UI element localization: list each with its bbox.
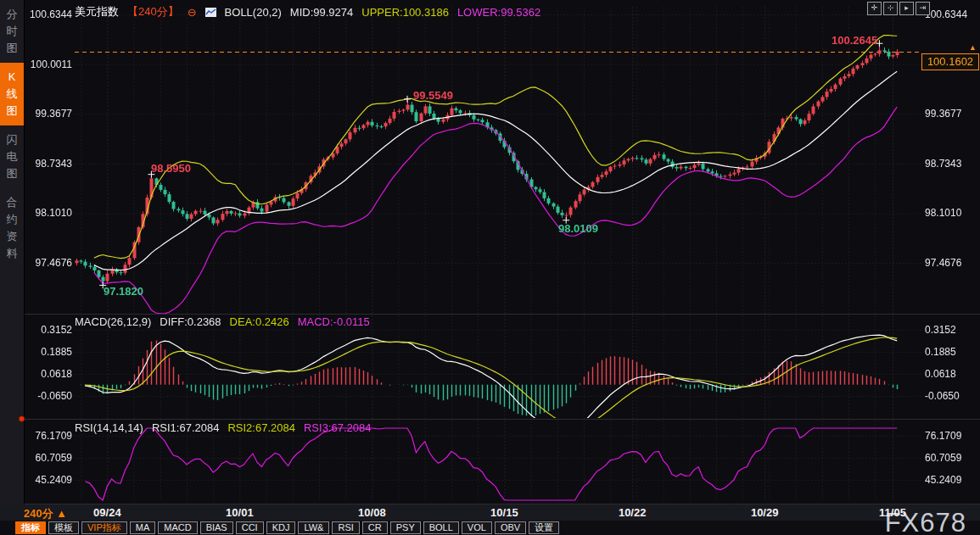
- rsi-axis-label-left: 45.2409: [21, 474, 72, 486]
- rsi-axis-label-right: 76.1709: [925, 430, 961, 442]
- sidebar-tab-合约资料[interactable]: 合 约 资 料: [0, 188, 24, 268]
- macd-axis-label-right: -0.0650: [925, 390, 960, 402]
- crosshair-icon[interactable]: ✛: [867, 2, 882, 15]
- chart-thumbnail-icon[interactable]: [205, 8, 216, 17]
- page-right-icon[interactable]: ⇥: [916, 2, 930, 15]
- hot-indicator-icon[interactable]: ✹: [18, 414, 25, 425]
- date-label: 11/05: [879, 506, 906, 519]
- toolbar-button-CCI[interactable]: CCI: [236, 521, 264, 534]
- rsi-axis-label-right: 60.7059: [925, 452, 961, 464]
- toolbar-button-模板[interactable]: 模板: [48, 521, 79, 534]
- macd-axis-label-right: 0.1885: [925, 346, 956, 358]
- macd-axis-label-right: 0.0618: [925, 368, 956, 380]
- rsi2-value: RSI2:67.2084: [227, 421, 295, 434]
- toolbar-button-MACD[interactable]: MACD: [158, 521, 197, 534]
- interval-selector[interactable]: 240分 ▲: [24, 506, 67, 521]
- price-annotation: 99.5549: [413, 89, 453, 102]
- rsi1-value: RSI1:67.2084: [152, 421, 220, 434]
- toolbar-button-PSY[interactable]: PSY: [390, 521, 421, 534]
- price-annotation: 100.2645: [832, 34, 877, 47]
- price-annotation: 98.5950: [151, 162, 191, 175]
- interval-selector-label: 240分: [24, 507, 53, 520]
- latest-price-arrow-icon[interactable]: ▲: [969, 43, 977, 52]
- macd-axis-label-left: 0.1885: [21, 346, 72, 358]
- zoom-x-icon[interactable]: ⊹: [883, 2, 898, 15]
- macd-label: MACD(26,12,9): [75, 315, 151, 328]
- minus-circle-icon[interactable]: ⊖: [188, 6, 197, 19]
- interval-up-arrow-icon: ▲: [56, 507, 67, 520]
- boll-upper-value: UPPER:100.3186: [361, 6, 449, 19]
- date-label: 10/29: [751, 506, 779, 519]
- price-axis-label-right: 99.3677: [925, 108, 961, 120]
- zoom-play-icon[interactable]: ▸: [899, 2, 914, 15]
- boll-lower-value: LOWER:99.5362: [457, 6, 540, 19]
- sidebar-tab-闪电图[interactable]: 闪 电 图: [0, 125, 24, 188]
- price-axis-label-left: 100.0011: [21, 59, 72, 70]
- toolbar-button-设置[interactable]: 设置: [529, 521, 559, 534]
- toolbar-button-KDJ[interactable]: KDJ: [266, 521, 296, 534]
- price-axis-label-left: 98.7343: [21, 158, 72, 170]
- price-axis-label-right: 97.4676: [925, 257, 961, 269]
- interval-badge[interactable]: 【240分】: [127, 4, 179, 20]
- rsi-label: RSI(14,14,14): [75, 421, 143, 434]
- macd-axis-label-left: 0.0618: [21, 368, 72, 380]
- macd-dea-value: DEA:0.2426: [230, 315, 289, 328]
- toolbar-button-VOL[interactable]: VOL: [462, 521, 492, 534]
- rsi-axis-label-right: 45.2409: [925, 474, 961, 486]
- indicator-toolbar: 指标模板VIP指标MAMACDBIASCCIKDJLW&RSICRPSYBOLL…: [15, 521, 559, 534]
- boll-label: BOLL(20,2): [225, 6, 282, 19]
- rsi-axis-label-left: 60.7059: [21, 452, 72, 464]
- toolbar-button-BIAS[interactable]: BIAS: [200, 521, 233, 534]
- price-axis-label-right: 98.7343: [925, 158, 961, 170]
- price-axis-label-right: 100.6344: [925, 8, 967, 20]
- macd-value: MACD:-0.0115: [298, 315, 370, 328]
- price-axis-label-left: 97.4676: [21, 257, 72, 269]
- price-panel-header: 美元指数 【240分】 ⊖ BOLL(20,2) MID:99.9274 UPP…: [75, 4, 540, 20]
- left-sidebar: 分 时 图K 线 图闪 电 图合 约 资 料: [0, 0, 25, 504]
- toolbar-button-MA[interactable]: MA: [130, 521, 156, 534]
- symbol-title: 美元指数: [75, 4, 119, 20]
- macd-axis-label-left: -0.0650: [21, 390, 72, 402]
- date-label: 10/22: [619, 506, 647, 519]
- toolbar-button-指标[interactable]: 指标: [15, 521, 46, 534]
- price-axis-label-left: 98.1010: [21, 207, 72, 219]
- price-axis-label-left: 99.3677: [21, 108, 72, 120]
- toolbar-button-OBV[interactable]: OBV: [495, 521, 526, 534]
- rsi-axis-label-left: 76.1709: [21, 430, 72, 442]
- date-label: 10/01: [226, 506, 254, 519]
- macd-axis-label-left: 0.3152: [21, 324, 72, 336]
- boll-mid-value: MID:99.9274: [290, 6, 353, 19]
- price-axis-label-right: 98.1010: [925, 207, 961, 219]
- macd-axis-label-right: 0.3152: [925, 324, 956, 336]
- rsi3-value: RSI3:67.2084: [304, 421, 372, 434]
- date-label: 10/15: [490, 506, 518, 519]
- macd-panel-header: MACD(26,12,9) DIFF:0.2368 DEA:0.2426 MAC…: [75, 315, 370, 328]
- chart-tool-icons: ✛⊹▸⇥: [867, 2, 930, 15]
- price-annotation: 97.1820: [104, 285, 143, 298]
- trading-app: 美元指数 【240分】 ⊖ BOLL(20,2) MID:99.9274 UPP…: [0, 0, 980, 535]
- sidebar-tab-分时图[interactable]: 分 时 图: [0, 0, 24, 63]
- toolbar-button-LW&[interactable]: LW&: [298, 521, 329, 534]
- last-price-tag[interactable]: 100.1602: [921, 53, 979, 70]
- rsi-panel-header: RSI(14,14,14) RSI1:67.2084 RSI2:67.2084 …: [75, 421, 371, 434]
- date-label: 10/08: [358, 506, 386, 519]
- sidebar-tab-K线图[interactable]: K 线 图: [0, 63, 24, 125]
- toolbar-button-VIP指标[interactable]: VIP指标: [81, 521, 127, 534]
- toolbar-button-BOLL[interactable]: BOLL: [423, 521, 459, 534]
- price-annotation: 98.0109: [558, 222, 598, 235]
- toolbar-button-CR[interactable]: CR: [362, 521, 388, 534]
- macd-diff-value: DIFF:0.2368: [160, 315, 221, 328]
- date-label: 09/24: [93, 506, 121, 519]
- price-axis-label-left: 100.6344: [21, 8, 72, 20]
- toolbar-button-RSI[interactable]: RSI: [332, 521, 359, 534]
